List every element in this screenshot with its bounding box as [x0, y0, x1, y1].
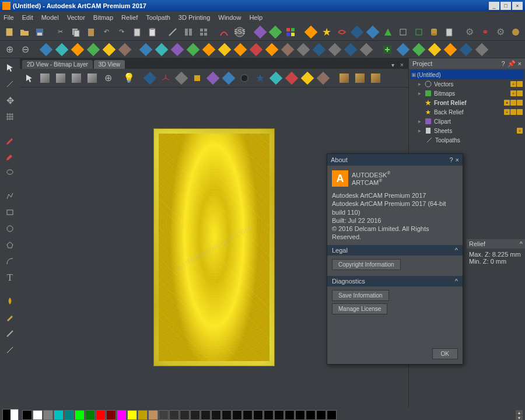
vt-bulb-icon[interactable]: 💡 [122, 71, 136, 85]
vt-cube6[interactable] [353, 71, 367, 85]
polyline-icon[interactable] [2, 189, 18, 203]
vt-zoom-icon[interactable]: ⊕ [101, 71, 115, 85]
vt-d-blue[interactable] [222, 71, 236, 85]
vt-select-icon[interactable] [22, 71, 36, 85]
color-swatch[interactable] [54, 410, 64, 420]
vt-d-purple[interactable] [206, 71, 220, 85]
color-swatch[interactable] [159, 410, 169, 420]
open-icon[interactable] [18, 25, 31, 39]
sss-icon[interactable]: SSS [233, 25, 246, 39]
gear-icon[interactable]: ⚙ [463, 25, 477, 39]
d-gray-2[interactable] [328, 43, 342, 57]
ball-icon[interactable] [509, 25, 523, 39]
color-swatch[interactable] [232, 410, 242, 420]
diamond-orange-icon[interactable] [304, 25, 318, 39]
zoom-icon[interactable]: ⊕ [2, 43, 16, 57]
triangle-green-icon[interactable] [381, 25, 394, 39]
save-icon[interactable] [33, 25, 47, 39]
d-yellow-2[interactable] [218, 43, 232, 57]
d-gray-1[interactable] [296, 43, 310, 57]
panel-help-icon[interactable]: ? [501, 60, 505, 68]
vt-d-red[interactable] [285, 71, 299, 85]
tree-back-relief[interactable]: ★ Back Relief + [410, 107, 524, 117]
color-swatch[interactable] [316, 410, 326, 420]
move-icon[interactable]: ✥ [2, 93, 18, 107]
sheet-icon[interactable] [443, 25, 456, 39]
diamond-purple-icon[interactable] [253, 25, 267, 39]
menu-edit[interactable]: Edit [22, 14, 33, 21]
color-swatch[interactable] [264, 410, 274, 420]
polygon-icon[interactable] [2, 238, 18, 252]
measure-icon[interactable] [166, 25, 180, 39]
color-swatch[interactable] [127, 410, 137, 420]
grid-icon[interactable] [197, 25, 210, 39]
color-swatch[interactable] [117, 410, 127, 420]
clipboard-icon[interactable] [146, 25, 159, 39]
diamond-blue-icon[interactable] [366, 25, 379, 39]
diamond-navy-icon[interactable] [351, 25, 364, 39]
tree-vectors[interactable]: ▸ Vectors + [410, 79, 524, 89]
d-purple-2[interactable] [170, 43, 184, 57]
d-orange-5[interactable] [443, 43, 457, 57]
pencil-icon[interactable] [2, 133, 18, 147]
minimize-button[interactable]: _ [489, 2, 499, 10]
color-swatch[interactable] [148, 410, 158, 420]
vt-cube7[interactable] [369, 71, 383, 85]
panel-pin-icon[interactable]: 📌 [508, 60, 516, 68]
select-icon[interactable] [2, 61, 18, 75]
d-cyan-2[interactable] [155, 43, 169, 57]
menu-vector[interactable]: Vector [67, 14, 85, 21]
ok-button[interactable]: OK [432, 348, 458, 359]
d-cyan-1[interactable] [55, 43, 69, 57]
d-navy-3[interactable] [344, 43, 358, 57]
text-icon[interactable]: T [2, 271, 18, 285]
tree-bitmaps[interactable]: ▸ Bitmaps + [410, 89, 524, 98]
star-yellow-icon[interactable]: ★ [320, 25, 333, 39]
about-diagnostics-header[interactable]: Diagnostics^ [327, 276, 463, 286]
d-orange-3[interactable] [233, 43, 247, 57]
arc-icon[interactable] [2, 254, 18, 268]
close-button[interactable]: × [512, 2, 523, 10]
drop-icon[interactable] [2, 294, 18, 308]
vt-cube1-icon[interactable] [38, 71, 52, 85]
color-swatch[interactable] [96, 410, 106, 420]
new-icon[interactable] [2, 25, 16, 39]
color-swatch[interactable] [243, 410, 253, 420]
vt-d-yellow[interactable] [300, 71, 314, 85]
vt-d-gray[interactable] [174, 71, 188, 85]
tab-2d-view[interactable]: 2D View - Bitmap Layer [22, 60, 93, 69]
box-icon[interactable] [397, 25, 410, 39]
vt-d-navy[interactable] [143, 71, 157, 85]
d-green-3[interactable] [412, 43, 426, 57]
menu-model[interactable]: Model [41, 14, 59, 21]
curve-icon[interactable] [218, 25, 231, 39]
tree-root[interactable]: ▣ (Untitled) [410, 70, 524, 79]
paint-icon[interactable] [2, 149, 18, 163]
menu-toolpath[interactable]: Toolpath [146, 14, 170, 21]
windows-icon[interactable] [284, 25, 298, 39]
tree-clipart[interactable]: ▸ Clipart [410, 117, 524, 126]
tree-sheets[interactable]: ▸ Sheets + [410, 126, 524, 135]
d-blue-1[interactable] [39, 43, 53, 57]
d-green-2[interactable] [186, 43, 200, 57]
knife-icon[interactable] [2, 343, 18, 357]
color-swatch[interactable] [106, 410, 116, 420]
color-swatch[interactable] [22, 410, 32, 420]
curve-red-icon[interactable] [335, 25, 348, 39]
d-red-1[interactable] [249, 43, 263, 57]
paste-icon[interactable] [84, 25, 97, 39]
color-swatch[interactable] [138, 410, 148, 420]
diamond-green-icon[interactable] [268, 25, 282, 39]
color-swatch[interactable] [64, 410, 74, 420]
d-brown-2[interactable] [281, 43, 295, 57]
brush-icon[interactable] [2, 310, 18, 324]
color-swatch[interactable] [33, 410, 43, 420]
box-green-icon[interactable] [412, 25, 425, 39]
undo-icon[interactable]: ↶ [100, 25, 113, 39]
about-help-icon[interactable]: ? [449, 156, 453, 163]
color-swatch[interactable] [169, 410, 179, 420]
cylinder-icon[interactable] [427, 25, 440, 39]
gear2-icon[interactable]: ⚙ [494, 25, 507, 39]
menu-3dprinting[interactable]: 3D Printing [178, 14, 210, 21]
menu-window[interactable]: Window [218, 14, 241, 21]
